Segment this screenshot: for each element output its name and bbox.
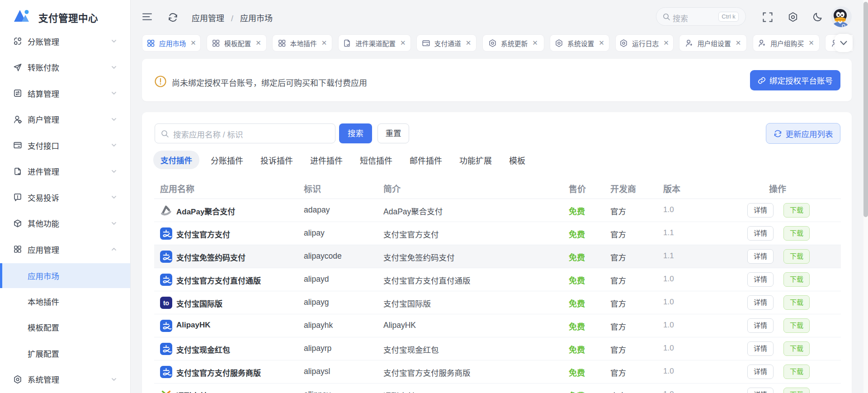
svg-text:to: to xyxy=(163,299,169,307)
